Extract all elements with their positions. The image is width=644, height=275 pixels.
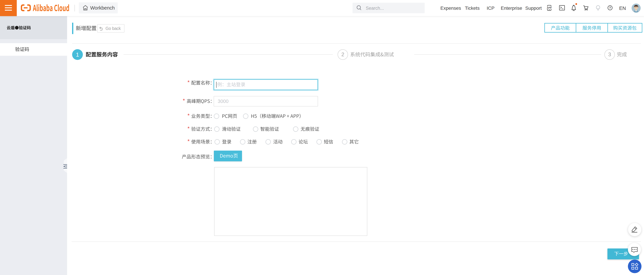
svg-text:?: ? <box>609 6 611 10</box>
svg-text:APP: APP <box>547 6 552 9</box>
